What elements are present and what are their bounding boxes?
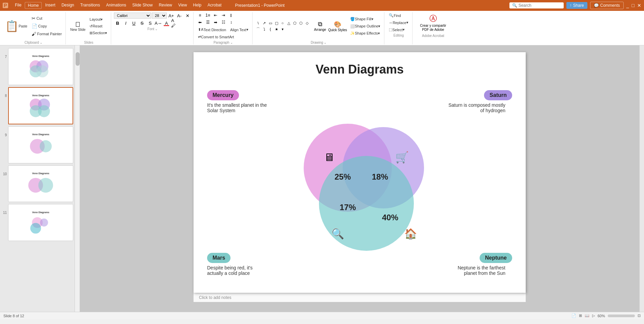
shape-connector[interactable]: ⤵ bbox=[261, 26, 267, 32]
minimize-button[interactable]: _ bbox=[626, 3, 629, 8]
columns-button[interactable]: ⫿ bbox=[227, 12, 235, 18]
paragraph-expand-icon[interactable]: ⌄ bbox=[230, 41, 233, 44]
font-size-select[interactable]: 28 bbox=[152, 13, 167, 19]
slide-img-9[interactable]: Venn Diagrams bbox=[8, 126, 73, 163]
layout-button[interactable]: Layout ▾ bbox=[88, 16, 109, 23]
align-right-button[interactable]: ➡ bbox=[212, 19, 219, 25]
replace-button[interactable]: ↔ Replace ▾ bbox=[387, 19, 410, 26]
clear-format-button[interactable]: ✕ bbox=[184, 12, 191, 19]
zoom-fit-button[interactable]: ⊡ bbox=[638, 313, 641, 318]
clipboard-expand-icon[interactable]: ⌄ bbox=[40, 41, 42, 44]
menu-acrobat[interactable]: Acrobat bbox=[205, 2, 224, 9]
arrange-button[interactable]: ⧉ Arrange bbox=[314, 20, 327, 33]
decrease-indent-button[interactable]: ⇤ bbox=[212, 12, 219, 18]
strikethrough-button[interactable]: S bbox=[138, 20, 146, 26]
paste-button[interactable]: 📋 Paste bbox=[3, 19, 29, 34]
view-sorter-button[interactable]: ⊞ bbox=[579, 313, 582, 318]
slide-img-11[interactable]: Venn Diagrams bbox=[8, 204, 73, 241]
align-center-button[interactable]: ☰ bbox=[204, 19, 212, 25]
drawing-expand-icon[interactable]: ⌄ bbox=[324, 41, 326, 44]
slide-thumb-10[interactable]: 10 Venn Diagrams bbox=[1, 165, 73, 202]
font-color-button[interactable]: A bbox=[163, 20, 170, 26]
shape-line[interactable]: \ bbox=[255, 20, 261, 26]
find-button[interactable]: 🔍 Find bbox=[387, 12, 410, 19]
shape-effects-button[interactable]: ✨ Shape Effects ▾ bbox=[348, 30, 382, 37]
char-spacing-button[interactable]: A↔ bbox=[155, 20, 162, 26]
italic-button[interactable]: I bbox=[122, 20, 129, 26]
quick-styles-button[interactable]: 🎨 Quick Styles bbox=[327, 20, 348, 33]
panel-scrollbar[interactable] bbox=[75, 45, 80, 312]
share-button[interactable]: ↑ Share bbox=[566, 2, 587, 9]
shape-oval[interactable]: ○ bbox=[280, 20, 286, 26]
font-family-select[interactable]: Calibri bbox=[114, 13, 151, 19]
slide-thumb-7[interactable]: 7 Venn Diagrams bbox=[1, 48, 73, 85]
copy-button[interactable]: 📄 Copy bbox=[30, 22, 64, 30]
slide-img-7[interactable]: Venn Diagrams bbox=[8, 48, 73, 85]
view-normal-button[interactable]: 📄 bbox=[571, 313, 576, 318]
shape-curved[interactable]: ⌒ bbox=[255, 26, 261, 32]
shape-outline-button[interactable]: ⬜ Shape Outline ▾ bbox=[348, 23, 382, 29]
shape-bracket[interactable]: { bbox=[267, 26, 274, 32]
bullets-button[interactable]: ≡ bbox=[196, 12, 204, 18]
shape-fill-button[interactable]: 🪣 Shape Fill ▾ bbox=[348, 16, 382, 22]
shape-diamond[interactable]: ◇ bbox=[304, 20, 310, 26]
scroll-thumb[interactable] bbox=[76, 52, 80, 66]
notes-bar[interactable]: Click to add notes bbox=[194, 293, 526, 302]
align-left-button[interactable]: ⬅ bbox=[196, 19, 204, 25]
menu-file[interactable]: File bbox=[12, 2, 24, 9]
select-button[interactable]: ⬚ Select ▾ bbox=[387, 26, 410, 33]
canvas-area[interactable]: Venn Diagrams Mercury It's the smallest … bbox=[80, 45, 639, 312]
menu-review[interactable]: Review bbox=[156, 2, 175, 9]
shape-star[interactable]: ★ bbox=[274, 26, 280, 32]
bold-button[interactable]: B bbox=[114, 20, 121, 26]
search-input[interactable] bbox=[519, 3, 559, 8]
menu-insert[interactable]: Insert bbox=[42, 2, 58, 9]
slide-thumb-8[interactable]: 8 Venn Diagrams bbox=[1, 87, 73, 124]
adobe-button[interactable]: Ⓐ Crear y compartir PDF de Adobe bbox=[415, 12, 451, 33]
increase-indent-button[interactable]: ⇥ bbox=[220, 12, 227, 18]
maximize-button[interactable]: □ bbox=[632, 3, 635, 8]
menu-design[interactable]: Design bbox=[59, 2, 77, 9]
shape-pentagon[interactable]: ⬠ bbox=[292, 20, 298, 26]
justify-button[interactable]: ☷ bbox=[220, 19, 227, 25]
shapes-more[interactable]: ▾ bbox=[280, 26, 286, 32]
font-expand-icon[interactable]: ⌄ bbox=[155, 27, 158, 31]
view-presenter-button[interactable]: ▷ bbox=[592, 313, 595, 318]
view-reading-button[interactable]: 📖 bbox=[585, 313, 589, 318]
zoom-slider[interactable] bbox=[608, 315, 635, 317]
line-spacing-button[interactable]: ↕ bbox=[227, 19, 235, 25]
highlight-button[interactable]: A🖊 bbox=[171, 20, 178, 26]
menu-animations[interactable]: Animations bbox=[103, 2, 129, 9]
search-box[interactable]: 🔍 bbox=[509, 2, 564, 8]
shadow-button[interactable]: S bbox=[146, 20, 154, 26]
text-direction-button[interactable]: ⬆A Text Direction bbox=[196, 26, 228, 33]
convert-smartart-button[interactable]: ⇌ Convert to SmartArt bbox=[196, 34, 250, 40]
close-button[interactable]: ✕ bbox=[637, 3, 641, 8]
align-text-button[interactable]: Align Text ▾ bbox=[228, 26, 250, 33]
numbering-button[interactable]: 1≡ bbox=[204, 12, 212, 18]
underline-button[interactable]: U bbox=[130, 20, 138, 26]
slide-thumb-11[interactable]: 11 Venn Diagrams bbox=[1, 204, 73, 241]
cut-button[interactable]: ✂ Cut bbox=[30, 15, 64, 22]
section-button[interactable]: ⊞ Section ▾ bbox=[88, 30, 109, 36]
shape-triangle[interactable]: △ bbox=[286, 20, 292, 26]
format-painter-button[interactable]: 🖌 Format Painter bbox=[30, 30, 64, 38]
shape-hex[interactable]: ⬡ bbox=[298, 20, 304, 26]
new-slide-button[interactable]: 🗌 New Slide bbox=[68, 20, 87, 33]
comments-button[interactable]: 💬 Comments bbox=[590, 2, 624, 9]
menu-help[interactable]: Help bbox=[190, 2, 204, 9]
menu-home[interactable]: Home bbox=[25, 2, 42, 9]
menu-view[interactable]: View bbox=[176, 2, 190, 9]
para-row-2: ⬅ ☰ ➡ ☷ ↕ bbox=[196, 19, 250, 25]
menu-slideshow[interactable]: Slide Show bbox=[129, 2, 155, 9]
font-group: Calibri 28 A+ A- ✕ B I U S S A↔ A bbox=[112, 12, 194, 44]
shape-arrow[interactable]: ↗ bbox=[261, 20, 267, 26]
slide-img-8[interactable]: Venn Diagrams bbox=[8, 87, 73, 124]
shape-rect[interactable]: ▭ bbox=[267, 20, 274, 26]
menu-items: File Home Insert Design Transitions Anim… bbox=[12, 2, 224, 9]
slide-thumb-9[interactable]: 9 Venn Diagrams bbox=[1, 126, 73, 163]
slide-img-10[interactable]: Venn Diagrams bbox=[8, 165, 73, 202]
menu-transitions[interactable]: Transitions bbox=[78, 2, 103, 9]
reset-button[interactable]: ↺ Reset bbox=[88, 23, 109, 29]
shape-round-rect[interactable]: ▢ bbox=[274, 20, 280, 26]
